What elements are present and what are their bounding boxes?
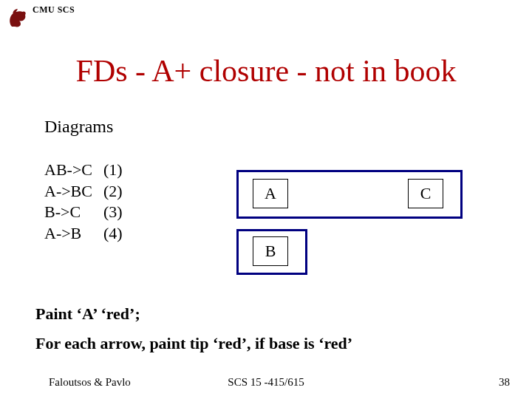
fd-list: AB->C (1) A->BC (2) B->C (3) A->B (4): [44, 160, 133, 244]
closure-diagram: A C B: [236, 170, 473, 288]
node-c: C: [408, 179, 443, 208]
footer-course: SCS 15 -415/615: [228, 376, 304, 389]
fd-lhs: A->BC: [44, 181, 103, 202]
footer-authors: Faloutsos & Pavlo: [49, 376, 131, 389]
fd-lhs: B->C: [44, 202, 103, 223]
fd-num: (4): [103, 223, 133, 245]
instruction-for-each-arrow: For each arrow, paint tip ‘red’, if base…: [35, 334, 352, 353]
fd-row: A->BC (2): [44, 181, 133, 202]
fd-num: (2): [103, 181, 133, 202]
slide-title: FDs - A+ closure - not in book: [0, 53, 532, 89]
fd-row: AB->C (1): [44, 160, 133, 181]
fd-num: (1): [103, 160, 133, 181]
slide-header: CMU SCS: [7, 4, 75, 30]
org-label: CMU SCS: [33, 4, 75, 16]
section-label: Diagrams: [44, 117, 113, 137]
node-a: A: [253, 179, 288, 208]
footer-page-number: 38: [499, 376, 510, 389]
fd-row: A->B (4): [44, 223, 133, 245]
instruction-paint-a: Paint ‘A’ ‘red’;: [35, 304, 140, 324]
node-b: B: [253, 236, 288, 266]
fd-num: (3): [103, 202, 133, 223]
fd-lhs: A->B: [44, 223, 103, 245]
cmu-scotty-logo-icon: [7, 4, 28, 30]
fd-row: B->C (3): [44, 202, 133, 223]
fd-lhs: AB->C: [44, 160, 103, 181]
